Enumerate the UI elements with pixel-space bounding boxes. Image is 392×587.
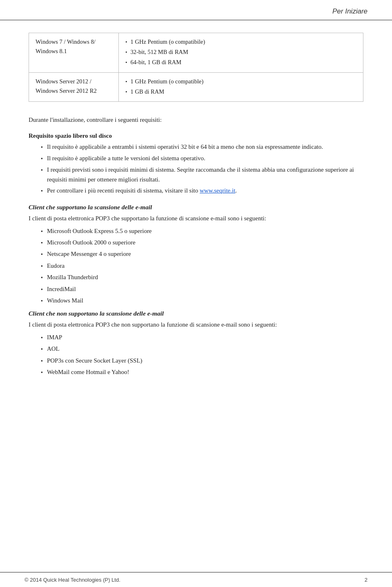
disk-bullet-3: • I requisiti previsti sono i requisiti … bbox=[41, 165, 363, 184]
list-item: • WebMail come Hotmail e Yahoo! bbox=[41, 367, 363, 377]
disk-bullets: • Il requisito è applicabile a entrambi … bbox=[41, 142, 363, 196]
client-text-3: Netscape Messenger 4 o superiore bbox=[47, 249, 131, 259]
client-text-4: Eudora bbox=[47, 261, 65, 271]
page-header: Per Iniziare bbox=[0, 0, 392, 20]
email-supported-list: • Microsoft Outlook Express 5.5 o superi… bbox=[41, 226, 363, 306]
req-bullet-1-2: • 32-bit, 512 MB di RAM bbox=[125, 47, 356, 57]
page-title: Per Iniziare bbox=[332, 7, 368, 16]
list-item: • Eudora bbox=[41, 261, 363, 271]
bullet-dot: • bbox=[41, 143, 43, 152]
disk-bullet-text-3: I requisiti previsti sono i requisiti mi… bbox=[47, 165, 363, 184]
email-not-supported-section: Client che non supportano la scansione d… bbox=[29, 310, 363, 377]
bullet-dot: • bbox=[41, 357, 43, 366]
req-text-1-2: 32-bit, 512 MB di RAM bbox=[131, 47, 188, 57]
bullet-dot: • bbox=[41, 155, 43, 164]
bullet-dot: • bbox=[41, 368, 43, 377]
installation-section: Durante l'installazione, controllare i s… bbox=[29, 115, 363, 125]
table-row-1: Windows 7 / Windows 8/ Windows 8.1 • 1 G… bbox=[29, 33, 363, 73]
bullet-dot: • bbox=[41, 250, 43, 259]
list-item: • POP3s con Secure Socket Layer (SSL) bbox=[41, 356, 363, 366]
client-text-1: Microsoft Outlook Express 5.5 o superior… bbox=[47, 226, 152, 236]
installation-intro: Durante l'installazione, controllare i s… bbox=[29, 115, 363, 125]
bullet-dot: • bbox=[41, 262, 43, 271]
list-item: • IMAP bbox=[41, 332, 363, 343]
not-client-text-3: POP3s con Secure Socket Layer (SSL) bbox=[47, 356, 143, 365]
list-item: • AOL bbox=[41, 344, 363, 354]
req-text-1-1: 1 GHz Pentium (o compatibile) bbox=[131, 37, 205, 47]
bullet-dot: • bbox=[41, 239, 43, 248]
client-text-5: Mozilla Thunderbird bbox=[47, 272, 98, 282]
page-footer: © 2014 Quick Heal Technologies (P) Ltd. … bbox=[0, 572, 392, 587]
bullet-dot: • bbox=[41, 334, 43, 343]
page-wrapper: Per Iniziare Windows 7 / Windows 8/ Wind… bbox=[0, 0, 392, 587]
bullet-dot: • bbox=[125, 78, 127, 86]
bullet-dot: • bbox=[41, 273, 43, 282]
page-number: 2 bbox=[365, 577, 368, 583]
os-cell-2: Windows Server 2012 / Windows Server 201… bbox=[29, 72, 119, 101]
req-bullet-2-1: • 1 GHz Pentium (o compatible) bbox=[125, 77, 356, 86]
req-bullet-1-1: • 1 GHz Pentium (o compatibile) bbox=[125, 37, 356, 47]
bullet-dot: • bbox=[41, 166, 43, 175]
req-bullet-1-3: • 64-bit, 1 GB di RAM bbox=[125, 58, 356, 67]
bullet-dot: • bbox=[125, 48, 127, 57]
client-text-7: Windows Mail bbox=[47, 296, 83, 305]
email-not-supported-title: Client che non supportano la scansione d… bbox=[29, 310, 363, 317]
requirements-table: Windows 7 / Windows 8/ Windows 8.1 • 1 G… bbox=[29, 33, 363, 102]
bullet-dot: • bbox=[125, 38, 127, 47]
list-item: • Netscape Messenger 4 o superiore bbox=[41, 249, 363, 259]
disk-bullet-1: • Il requisito è applicabile a entrambi … bbox=[41, 142, 363, 152]
bullet-dot: • bbox=[41, 345, 43, 354]
disk-title: Requisito spazio libero sul disco bbox=[29, 132, 363, 139]
disk-section: Requisito spazio libero sul disco • Il r… bbox=[29, 132, 363, 196]
os-label-2: Windows Server 2012 / Windows Server 201… bbox=[36, 78, 97, 94]
email-supported-section: Client che supportano la scansione delle… bbox=[29, 204, 363, 306]
req-text-2-1: 1 GHz Pentium (o compatible) bbox=[131, 77, 204, 86]
page-content: Windows 7 / Windows 8/ Windows 8.1 • 1 G… bbox=[0, 20, 392, 572]
req-bullet-2-2: • 1 GB di RAM bbox=[125, 87, 356, 96]
bullet-dot: • bbox=[125, 88, 127, 96]
not-client-text-2: AOL bbox=[47, 344, 60, 354]
bullet-dot: • bbox=[125, 58, 127, 67]
email-not-supported-intro: I client di posta elettronica POP3 che n… bbox=[29, 320, 363, 330]
email-not-supported-list: • IMAP • AOL • POP3s con Secure Socket L… bbox=[41, 332, 363, 378]
not-client-text-4: WebMail come Hotmail e Yahoo! bbox=[47, 367, 129, 377]
bullet-dot: • bbox=[41, 187, 43, 196]
disk-bullet-4: • Per controllare i più recenti requisit… bbox=[41, 186, 363, 196]
footer-copyright: © 2014 Quick Heal Technologies (P) Ltd. bbox=[24, 577, 120, 583]
list-item: • Microsoft Outlook Express 5.5 o superi… bbox=[41, 226, 363, 236]
list-item: • Mozilla Thunderbird bbox=[41, 272, 363, 282]
req-text-1-3: 64-bit, 1 GB di RAM bbox=[131, 58, 181, 67]
email-supported-intro: I client di posta elettronica POP3 che s… bbox=[29, 213, 363, 224]
bullet-dot: • bbox=[41, 227, 43, 236]
bullet-dot: • bbox=[41, 297, 43, 306]
disk-bullet-text-2: Il requisito è applicabile a tutte le ve… bbox=[47, 153, 205, 163]
list-item: • Windows Mail bbox=[41, 296, 363, 306]
req-cell-2: • 1 GHz Pentium (o compatible) • 1 GB di… bbox=[119, 72, 363, 101]
not-client-text-1: IMAP bbox=[47, 332, 62, 342]
email-supported-title: Client che supportano la scansione delle… bbox=[29, 204, 363, 211]
os-cell-1: Windows 7 / Windows 8/ Windows 8.1 bbox=[29, 33, 119, 73]
disk-bullet-text-4: Per controllare i più recenti requisiti … bbox=[47, 186, 237, 195]
os-label-1: Windows 7 / Windows 8/ Windows 8.1 bbox=[36, 38, 96, 54]
list-item: • Microsoft Outlook 2000 o superiore bbox=[41, 237, 363, 248]
client-text-2: Microsoft Outlook 2000 o superiore bbox=[47, 237, 136, 247]
bullet-dot: • bbox=[41, 285, 43, 294]
seqrite-link[interactable]: www.seqrite.it bbox=[200, 187, 235, 194]
client-text-6: IncrediMail bbox=[47, 284, 76, 294]
req-text-2-2: 1 GB di RAM bbox=[131, 87, 165, 96]
list-item: • IncrediMail bbox=[41, 284, 363, 294]
disk-bullet-text-1: Il requisito è applicabile a entrambi i … bbox=[47, 142, 323, 152]
disk-bullet-2: • Il requisito è applicabile a tutte le … bbox=[41, 153, 363, 164]
req-cell-1: • 1 GHz Pentium (o compatibile) • 32-bit… bbox=[119, 33, 363, 73]
table-row-2: Windows Server 2012 / Windows Server 201… bbox=[29, 72, 363, 101]
